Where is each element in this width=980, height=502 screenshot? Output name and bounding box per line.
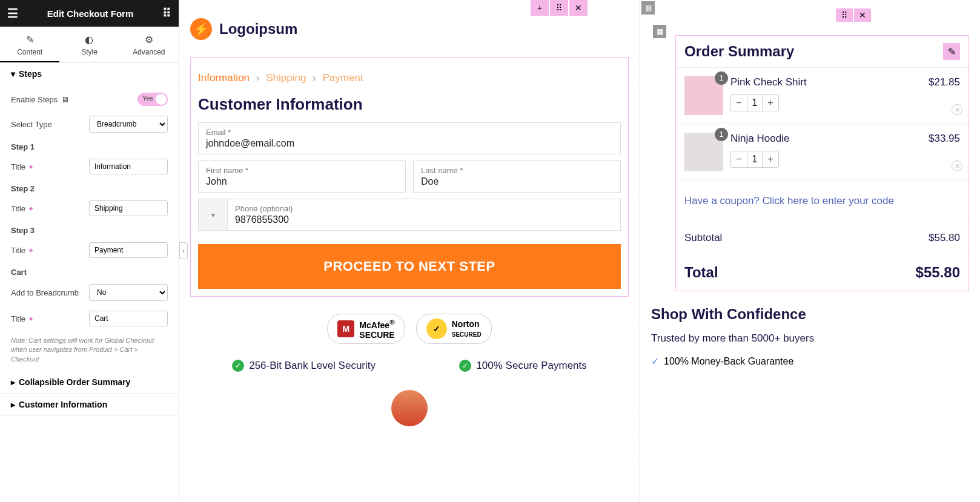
shield-icon: M (337, 320, 354, 337)
edit-widget-button[interactable]: ✎ (943, 43, 960, 60)
product-thumbnail: 1 (684, 133, 723, 171)
proceed-button[interactable]: PROCEED TO NEXT STEP (198, 244, 621, 289)
panel-scroll[interactable]: ▾Steps Enable Steps🖥 Yes Select Type Bre… (0, 63, 179, 502)
cart-note: Note: Cart settings will work for Global… (11, 336, 168, 364)
subtotal-value: $55.80 (929, 232, 960, 244)
qty-decrease-button[interactable]: − (731, 151, 747, 167)
summary-title: Order Summary (684, 43, 794, 60)
step1-title-input[interactable] (89, 159, 168, 174)
contrast-icon: ◐ (59, 34, 119, 45)
apps-icon[interactable]: ⠿ (162, 6, 171, 21)
tab-style[interactable]: ◐Style (59, 27, 119, 62)
country-code-selector[interactable]: ▾ (198, 199, 227, 231)
first-name-field[interactable]: First name * John (198, 160, 406, 193)
check-icon: ✓ (459, 360, 471, 372)
chevron-right-icon: › (256, 72, 260, 84)
sidebar-title: Edit Checkout Form (47, 8, 134, 19)
section-title: Customer Information (198, 95, 621, 114)
step3-header: Step 3 (11, 226, 168, 235)
email-field[interactable]: Email * johndoe@email.com (198, 122, 621, 154)
drag-widget-handle[interactable]: ⠿ (836, 8, 853, 22)
section-controls: + ⠿ ✕ (531, 0, 588, 16)
sparkle-icon: ✦ (28, 205, 34, 213)
logo-text: Logoipsum (219, 21, 297, 38)
quantity-stepper: − 1 + (730, 94, 779, 111)
cart-item: 1 Ninja Hoodie − 1 + $33.95 ✕ (676, 124, 968, 180)
collapse-sidebar-handle[interactable]: ‹ (179, 242, 188, 259)
check-icon: ✓ (232, 360, 244, 372)
confidence-subtitle: Trusted by more than 5000+ buyers (651, 332, 969, 345)
logo-icon: ⚡ (190, 18, 212, 40)
qty-badge: 1 (715, 71, 728, 85)
steps-panel: Enable Steps🖥 Yes Select Type Breadcrumb… (0, 85, 179, 371)
close-section-button[interactable]: ✕ (569, 0, 588, 16)
accordion-customer-info[interactable]: ▸Customer Information (0, 394, 179, 416)
gear-icon: ⚙ (119, 34, 179, 45)
qty-badge: 1 (715, 128, 728, 141)
total-value: $55.80 (916, 264, 960, 281)
accordion-order-summary[interactable]: ▸Collapsible Order Summary (0, 371, 179, 394)
tab-content[interactable]: ✎Content (0, 27, 59, 62)
caret-right-icon: ▸ (11, 377, 15, 387)
cart-title-input[interactable] (89, 311, 168, 326)
last-name-field[interactable]: Last name * Doe (413, 160, 621, 193)
chevron-right-icon: › (313, 72, 316, 84)
confidence-title: Shop With Confidence (651, 306, 969, 323)
trust-item-payments: ✓100% Secure Payments (459, 360, 586, 372)
breadcrumb: Information › Shipping › Payment (198, 72, 621, 84)
subtotal-label: Subtotal (684, 232, 722, 244)
sidebar-tabs: ✎Content ◐Style ⚙Advanced (0, 27, 179, 63)
remove-item-button[interactable]: ✕ (952, 160, 962, 171)
enable-steps-toggle[interactable]: Yes (137, 93, 168, 106)
select-type-dropdown[interactable]: Breadcrumb (89, 116, 168, 133)
sidebar-header: ☰ Edit Checkout Form ⠿ (0, 0, 179, 27)
remove-item-button[interactable]: ✕ (952, 104, 962, 115)
desktop-icon: 🖥 (61, 95, 69, 104)
sparkle-icon: ✦ (28, 246, 34, 255)
drag-section-handle[interactable]: ⠿ (550, 0, 568, 16)
enable-steps-label: Enable Steps (11, 95, 58, 104)
crumb-information[interactable]: Information (198, 72, 250, 84)
close-widget-button[interactable]: ✕ (854, 8, 871, 22)
qty-increase-button[interactable]: + (763, 151, 778, 167)
confidence-point: ✓100% Money-Back Guarantee (651, 355, 969, 367)
column-handle-icon[interactable]: ▦ (653, 25, 666, 38)
mcafee-badge: MMcAfee®SECURE (327, 314, 405, 344)
crumb-shipping[interactable]: Shipping (266, 72, 306, 84)
pencil-icon: ✎ (0, 34, 59, 45)
preview-area: + ⠿ ✕ ⚡ Logoipsum Information › Shipping… (179, 0, 640, 502)
trust-item-security: ✓256-Bit Bank Level Security (232, 360, 376, 372)
accordion-steps[interactable]: ▾Steps (0, 63, 179, 85)
qty-increase-button[interactable]: + (763, 95, 778, 111)
caret-down-icon: ▾ (11, 69, 15, 79)
order-summary-widget[interactable]: ▦ Order Summary ✎ 1 Pink Check Shirt − 1… (675, 35, 969, 291)
step2-title-input[interactable] (89, 200, 168, 216)
norton-badge: ✓NortonSECURED (416, 314, 492, 344)
check-icon: ✓ (651, 356, 659, 366)
tab-advanced[interactable]: ⚙Advanced (119, 27, 179, 62)
product-name: Pink Check Shirt (730, 76, 921, 88)
confidence-section: Shop With Confidence Trusted by more tha… (651, 306, 969, 367)
right-column: ▦ ⠿ ✕ ▦ Order Summary ✎ 1 Pink Check Shi… (640, 0, 980, 502)
total-label: Total (684, 264, 718, 281)
phone-field[interactable]: Phone (optional) 9876855300 (227, 199, 621, 231)
coupon-link[interactable]: Have a coupon? Click here to enter your … (676, 180, 968, 222)
qty-decrease-button[interactable]: − (731, 95, 747, 111)
cart-item: 1 Pink Check Shirt − 1 + $21.85 ✕ (676, 67, 968, 124)
add-breadcrumb-dropdown[interactable]: No (89, 284, 168, 301)
hamburger-icon[interactable]: ☰ (7, 6, 18, 21)
column-handle-icon[interactable]: ▦ (641, 1, 655, 15)
product-thumbnail: 1 (684, 76, 723, 115)
widget-controls: ⠿ ✕ (836, 8, 871, 22)
crumb-payment[interactable]: Payment (323, 72, 363, 84)
step3-title-input[interactable] (89, 242, 168, 258)
sparkle-icon: ✦ (28, 315, 34, 323)
cart-header: Cart (11, 268, 168, 277)
quantity-stepper: − 1 + (730, 151, 779, 168)
avatar (391, 390, 428, 426)
step2-header: Step 2 (11, 184, 168, 193)
qty-value: 1 (747, 95, 763, 111)
checkout-form-widget[interactable]: Information › Shipping › Payment Custome… (190, 57, 629, 297)
add-section-button[interactable]: + (531, 0, 549, 16)
product-name: Ninja Hoodie (730, 133, 921, 145)
